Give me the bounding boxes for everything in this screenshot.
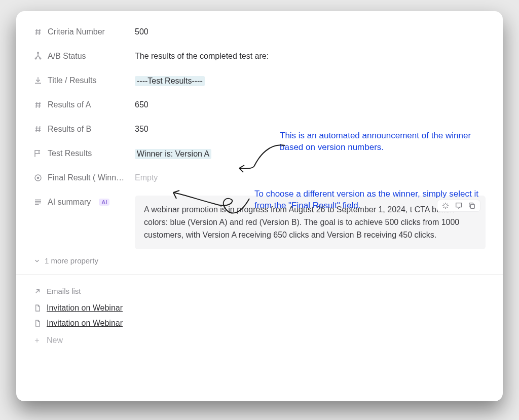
label-text: Results of A — [48, 100, 91, 109]
relation-item-title: Invitation on Webinar — [47, 303, 123, 313]
property-label: A/B Status — [33, 50, 135, 61]
branch-icon — [33, 52, 43, 61]
add-relation-item[interactable]: New — [33, 331, 486, 345]
property-label: AI summary AI — [33, 196, 135, 207]
property-row-criteria-number[interactable]: Criteria Number 500 — [33, 25, 486, 50]
property-value[interactable]: 650 — [135, 98, 486, 109]
annotation-winner: This is an automated announcement of the… — [280, 130, 483, 154]
text-lines-icon — [33, 198, 43, 207]
hash-icon — [33, 100, 43, 109]
page-card: Criteria Number 500 A/B Status The resul… — [16, 11, 503, 401]
label-text: AI summary — [48, 198, 91, 207]
property-value-empty[interactable]: Empty — [135, 171, 486, 182]
property-label: Results of B — [33, 123, 135, 134]
section-divider — [16, 274, 503, 275]
more-text: 1 more property — [45, 256, 98, 265]
property-label: Title / Results — [33, 74, 135, 85]
relation-title: Emails list — [47, 287, 81, 295]
property-row-title-results[interactable]: Title / Results ----Test Results---- — [33, 74, 486, 98]
property-row-results-a[interactable]: Results of A 650 — [33, 98, 486, 123]
label-text: Criteria Number — [48, 27, 105, 36]
annotation-final-result: To choose a different version as the win… — [254, 188, 493, 212]
hash-icon — [33, 125, 43, 134]
properties-panel: Criteria Number 500 A/B Status The resul… — [16, 11, 503, 350]
relation-item[interactable]: Invitation on Webinar — [33, 316, 486, 331]
relation-item[interactable]: Invitation on Webinar — [33, 300, 486, 316]
label-text: Title / Results — [48, 76, 96, 85]
arrow-up-right-icon — [33, 287, 42, 295]
show-more-properties[interactable]: 1 more property — [33, 249, 486, 274]
finish-flag-icon — [33, 149, 43, 158]
label-text: A/B Status — [48, 52, 86, 61]
page-icon — [33, 304, 42, 312]
property-label: Results of A — [33, 98, 135, 109]
label-text: Results of B — [48, 125, 91, 134]
new-label: New — [47, 336, 63, 345]
ai-badge: AI — [99, 199, 109, 206]
property-row-ab-status[interactable]: A/B Status The results of the completed … — [33, 50, 486, 74]
property-value[interactable]: 500 — [135, 25, 486, 36]
download-icon — [33, 76, 43, 85]
chevron-down-icon — [33, 257, 41, 264]
label-text: Final Result ( Winn… — [48, 173, 124, 182]
highlighted-value: ----Test Results---- — [135, 76, 205, 86]
hash-icon — [33, 27, 43, 36]
plus-icon — [33, 337, 41, 344]
property-label: Final Result ( Winn… — [33, 171, 135, 182]
label-text: Test Results — [48, 149, 92, 158]
svg-point-4 — [38, 177, 39, 179]
page-icon — [33, 319, 42, 327]
property-value[interactable]: The results of the completed test are: — [135, 50, 486, 61]
relation-header-emails[interactable]: Emails list — [33, 284, 486, 298]
relation-item-title: Invitation on Webinar — [47, 319, 123, 328]
property-label: Test Results — [33, 147, 135, 158]
winner-badge: Winner is: Version A — [135, 149, 211, 159]
target-icon — [33, 173, 43, 182]
property-value[interactable]: ----Test Results---- — [135, 74, 486, 86]
property-label: Criteria Number — [33, 25, 135, 36]
